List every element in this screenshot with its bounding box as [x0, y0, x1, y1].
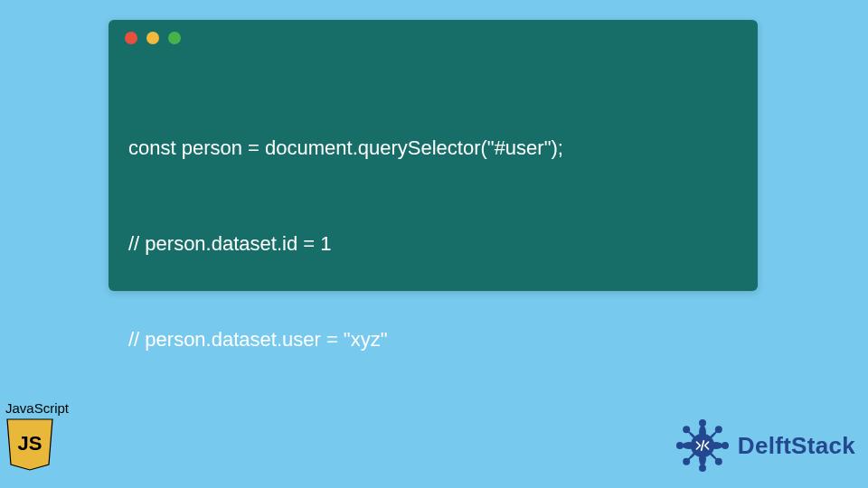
code-line [128, 418, 738, 438]
javascript-logo-icon: JS [5, 418, 54, 472]
window-titlebar [108, 20, 758, 56]
code-line: const person = document.querySelector("#… [128, 132, 738, 164]
code-line: // person.dataset.user = "xyz" [128, 324, 738, 355]
brand-name: DelftStack [738, 432, 855, 460]
delftstack-mark-icon [673, 416, 732, 475]
maximize-icon [168, 32, 181, 44]
minimize-icon [146, 32, 159, 44]
delftstack-logo: DelftStack [673, 416, 855, 475]
javascript-badge: JavaScript JS [4, 400, 81, 472]
code-line: // person.dataset.id = 1 [128, 228, 738, 259]
svg-text:JS: JS [18, 432, 42, 455]
code-block: const person = document.querySelector("#… [108, 56, 758, 488]
code-window: const person = document.querySelector("#… [108, 20, 758, 291]
javascript-label: JavaScript [4, 400, 81, 416]
close-icon [125, 32, 137, 44]
